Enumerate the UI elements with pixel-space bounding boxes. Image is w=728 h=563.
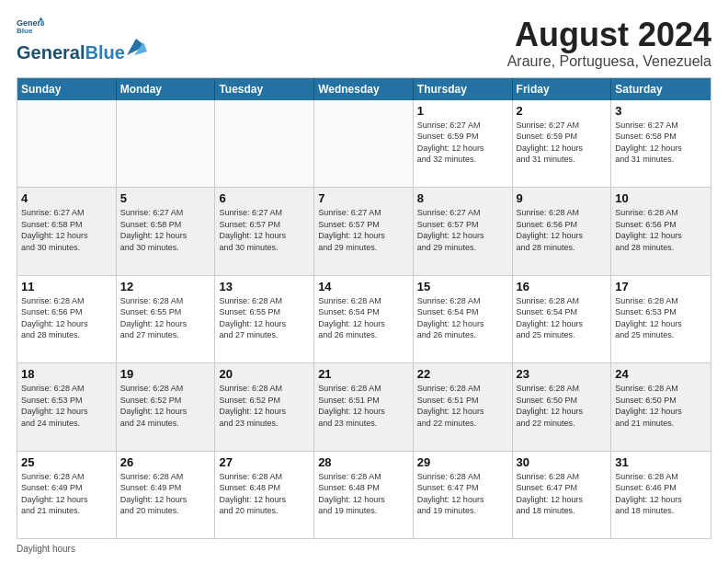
day-info-3: Sunrise: 6:27 AM Sunset: 6:58 PM Dayligh… [615,120,707,166]
day-info-31: Sunrise: 6:28 AM Sunset: 6:46 PM Dayligh… [615,471,707,517]
week-row-1: 1Sunrise: 6:27 AM Sunset: 6:59 PM Daylig… [17,100,711,187]
day-info-14: Sunrise: 6:28 AM Sunset: 6:54 PM Dayligh… [318,295,409,341]
day-cell-19-3-1: 19Sunrise: 6:28 AM Sunset: 6:52 PM Dayli… [117,363,216,450]
day-info-7: Sunrise: 6:27 AM Sunset: 6:57 PM Dayligh… [318,207,409,253]
day-info-13: Sunrise: 6:28 AM Sunset: 6:55 PM Dayligh… [219,295,310,341]
day-cell-22-3-4: 22Sunrise: 6:28 AM Sunset: 6:51 PM Dayli… [414,363,513,450]
day-cell-empty-0-3 [314,100,414,187]
day-cell-14-2-3: 14Sunrise: 6:28 AM Sunset: 6:54 PM Dayli… [314,276,414,362]
day-number-18: 18 [21,367,112,381]
day-cell-3-0-6: 3Sunrise: 6:27 AM Sunset: 6:58 PM Daylig… [611,100,711,187]
day-cell-empty-0-2 [215,100,314,187]
day-info-18: Sunrise: 6:28 AM Sunset: 6:53 PM Dayligh… [21,383,112,429]
day-number-5: 5 [120,191,211,205]
title-block: August 2024 Araure, Portuguesa, Venezuel… [507,17,711,70]
week-row-5: 25Sunrise: 6:28 AM Sunset: 6:49 PM Dayli… [17,451,711,538]
day-info-15: Sunrise: 6:28 AM Sunset: 6:54 PM Dayligh… [417,295,508,341]
header: General Blue General Blue August 2024 Ar… [17,17,711,70]
day-cell-2-0-5: 2Sunrise: 6:27 AM Sunset: 6:59 PM Daylig… [513,100,612,187]
week-row-3: 11Sunrise: 6:28 AM Sunset: 6:56 PM Dayli… [17,275,711,362]
day-cell-17-2-6: 17Sunrise: 6:28 AM Sunset: 6:53 PM Dayli… [611,276,711,362]
day-info-25: Sunrise: 6:28 AM Sunset: 6:49 PM Dayligh… [21,471,112,517]
day-info-6: Sunrise: 6:27 AM Sunset: 6:57 PM Dayligh… [219,207,310,253]
day-number-7: 7 [318,191,409,205]
day-cell-1-0-4: 1Sunrise: 6:27 AM Sunset: 6:59 PM Daylig… [414,100,513,187]
location-title: Araure, Portuguesa, Venezuela [507,53,711,70]
day-cell-10-1-6: 10Sunrise: 6:28 AM Sunset: 6:56 PM Dayli… [611,188,711,274]
day-number-25: 25 [21,455,112,469]
day-number-9: 9 [517,191,608,205]
day-info-10: Sunrise: 6:28 AM Sunset: 6:56 PM Dayligh… [615,207,707,253]
day-info-4: Sunrise: 6:27 AM Sunset: 6:58 PM Dayligh… [21,207,112,253]
day-cell-24-3-6: 24Sunrise: 6:28 AM Sunset: 6:50 PM Dayli… [611,363,711,450]
day-info-29: Sunrise: 6:28 AM Sunset: 6:47 PM Dayligh… [417,471,508,517]
day-cell-25-4-0: 25Sunrise: 6:28 AM Sunset: 6:49 PM Dayli… [17,452,117,538]
month-title: August 2024 [507,17,711,53]
header-day-sunday: Sunday [17,78,117,100]
day-cell-8-1-4: 8Sunrise: 6:27 AM Sunset: 6:57 PM Daylig… [414,188,513,274]
day-info-12: Sunrise: 6:28 AM Sunset: 6:55 PM Dayligh… [120,295,211,341]
day-number-4: 4 [21,191,112,205]
day-info-2: Sunrise: 6:27 AM Sunset: 6:59 PM Dayligh… [517,120,608,166]
day-cell-9-1-5: 9Sunrise: 6:28 AM Sunset: 6:56 PM Daylig… [513,188,612,274]
day-cell-15-2-4: 15Sunrise: 6:28 AM Sunset: 6:54 PM Dayli… [414,276,513,362]
day-info-17: Sunrise: 6:28 AM Sunset: 6:53 PM Dayligh… [615,295,707,341]
day-cell-empty-0-0 [17,100,117,187]
day-cell-21-3-3: 21Sunrise: 6:28 AM Sunset: 6:51 PM Dayli… [314,363,414,450]
day-info-28: Sunrise: 6:28 AM Sunset: 6:48 PM Dayligh… [318,471,409,517]
day-number-1: 1 [417,104,508,118]
day-number-16: 16 [517,280,608,293]
header-day-tuesday: Tuesday [215,78,314,100]
day-cell-4-1-0: 4Sunrise: 6:27 AM Sunset: 6:58 PM Daylig… [17,188,117,274]
day-number-14: 14 [318,280,409,293]
day-cell-empty-0-1 [117,100,216,187]
day-number-30: 30 [517,455,608,469]
header-day-wednesday: Wednesday [314,78,414,100]
calendar: SundayMondayTuesdayWednesdayThursdayFrid… [17,77,711,539]
day-number-17: 17 [615,280,707,293]
logo: General Blue General Blue [17,17,147,63]
day-cell-29-4-4: 29Sunrise: 6:28 AM Sunset: 6:47 PM Dayli… [414,452,513,538]
day-cell-27-4-2: 27Sunrise: 6:28 AM Sunset: 6:48 PM Dayli… [215,452,314,538]
day-cell-12-2-1: 12Sunrise: 6:28 AM Sunset: 6:55 PM Dayli… [117,276,216,362]
day-info-9: Sunrise: 6:28 AM Sunset: 6:56 PM Dayligh… [517,207,608,253]
logo-blue: Blue [85,42,124,63]
day-info-23: Sunrise: 6:28 AM Sunset: 6:50 PM Dayligh… [517,383,608,429]
svg-text:Blue: Blue [17,27,33,35]
day-info-5: Sunrise: 6:27 AM Sunset: 6:58 PM Dayligh… [120,207,211,253]
day-number-13: 13 [219,280,310,293]
day-info-30: Sunrise: 6:28 AM Sunset: 6:47 PM Dayligh… [517,471,608,517]
header-day-monday: Monday [117,78,216,100]
day-number-24: 24 [615,367,707,381]
day-cell-23-3-5: 23Sunrise: 6:28 AM Sunset: 6:50 PM Dayli… [513,363,612,450]
day-info-8: Sunrise: 6:27 AM Sunset: 6:57 PM Dayligh… [417,207,508,253]
day-info-16: Sunrise: 6:28 AM Sunset: 6:54 PM Dayligh… [517,295,608,341]
day-cell-28-4-3: 28Sunrise: 6:28 AM Sunset: 6:48 PM Dayli… [314,452,414,538]
day-number-21: 21 [318,367,409,381]
day-number-6: 6 [219,191,310,205]
day-number-15: 15 [417,280,508,293]
day-cell-7-1-3: 7Sunrise: 6:27 AM Sunset: 6:57 PM Daylig… [314,188,414,274]
header-day-saturday: Saturday [611,78,711,100]
day-number-20: 20 [219,367,310,381]
day-cell-13-2-2: 13Sunrise: 6:28 AM Sunset: 6:55 PM Dayli… [215,276,314,362]
day-info-27: Sunrise: 6:28 AM Sunset: 6:48 PM Dayligh… [219,471,310,517]
day-info-26: Sunrise: 6:28 AM Sunset: 6:49 PM Dayligh… [120,471,211,517]
day-cell-26-4-1: 26Sunrise: 6:28 AM Sunset: 6:49 PM Dayli… [117,452,216,538]
footer-note: Daylight hours [17,544,711,554]
daylight-label: Daylight hours [17,544,75,554]
day-number-8: 8 [417,191,508,205]
day-cell-31-4-6: 31Sunrise: 6:28 AM Sunset: 6:46 PM Dayli… [611,452,711,538]
day-number-29: 29 [417,455,508,469]
day-number-26: 26 [120,455,211,469]
day-number-11: 11 [21,280,112,293]
day-number-23: 23 [517,367,608,381]
day-number-3: 3 [615,104,707,118]
logo-general: General [17,42,85,63]
calendar-header: SundayMondayTuesdayWednesdayThursdayFrid… [17,78,711,100]
day-cell-20-3-2: 20Sunrise: 6:28 AM Sunset: 6:52 PM Dayli… [215,363,314,450]
day-number-10: 10 [615,191,707,205]
day-number-31: 31 [615,455,707,469]
day-info-20: Sunrise: 6:28 AM Sunset: 6:52 PM Dayligh… [219,383,310,429]
day-number-19: 19 [120,367,211,381]
